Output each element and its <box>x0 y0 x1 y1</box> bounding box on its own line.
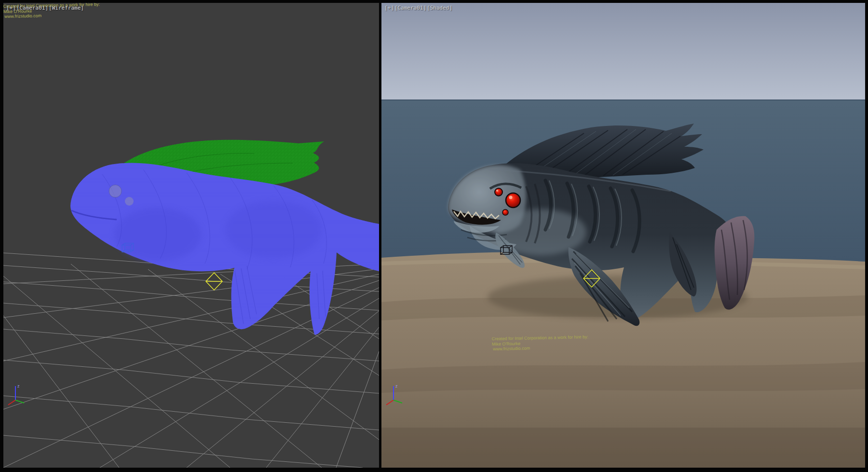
axis-z-label: z <box>395 384 398 389</box>
viewport-menu-pov[interactable]: [Camera01] <box>394 5 426 11</box>
viewport-menu-shading[interactable]: [Shaded] <box>427 5 452 11</box>
viewport-menu-pov[interactable]: [Camera01] <box>16 5 48 11</box>
viewport-wireframe[interactable]: [+][Camera01][Wireframe] <box>3 3 379 468</box>
shaded-scene: z <box>381 3 865 468</box>
horizon-line <box>381 99 865 100</box>
wireframe-scene: z <box>3 3 379 468</box>
viewport-label-wireframe: [+][Camera01][Wireframe] <box>6 5 84 11</box>
fish-eye-spot <box>125 197 134 206</box>
viewport-shaded[interactable]: [+][Camera01][Shaded] <box>381 3 865 468</box>
watermark-text: Created for Intel Corporation as a work … <box>492 334 589 352</box>
viewport-menu-general[interactable]: [+] <box>6 5 16 11</box>
viewport-menu-general[interactable]: [+] <box>384 5 394 11</box>
viewport-label-shaded: [+][Camera01][Shaded] <box>384 5 453 11</box>
viewport-split-container: [+][Camera01][Wireframe] <box>0 0 868 472</box>
viewport-menu-shading[interactable]: [Wireframe] <box>49 5 84 11</box>
sky <box>381 3 865 100</box>
axis-z-label: z <box>17 384 20 389</box>
